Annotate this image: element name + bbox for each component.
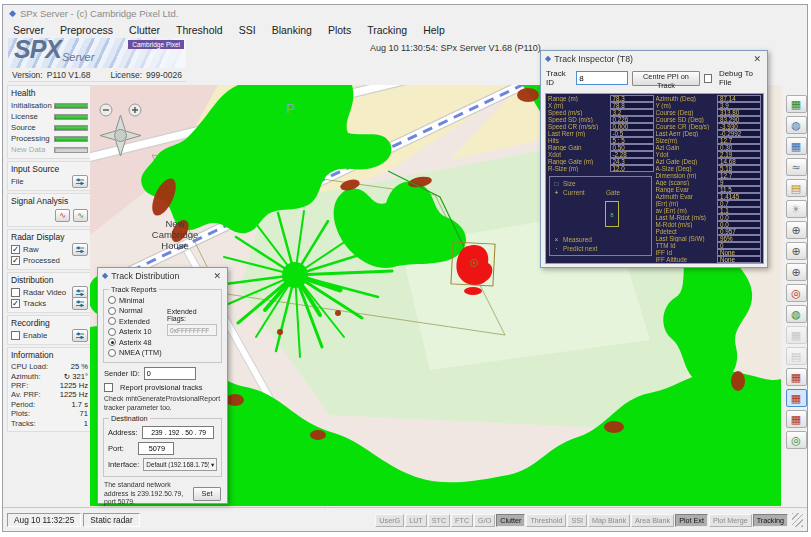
tracking-options-button[interactable]: ▦ (786, 410, 807, 428)
palette-button[interactable]: ▤ (786, 179, 807, 197)
settings-button[interactable] (72, 329, 88, 342)
report-format-option[interactable]: Minimal (108, 295, 217, 306)
field-value: 5 : 5 (610, 137, 654, 143)
interface-select[interactable]: Default (192.168.1.75) ▾ (143, 458, 217, 471)
checkbox[interactable] (11, 299, 20, 308)
field-label: X (m) (548, 102, 610, 109)
info-row: Azimuth: ↻ 321° (11, 371, 88, 380)
report-provisional-checkbox[interactable] (104, 383, 113, 392)
add-marker-button[interactable]: ◍ (786, 305, 807, 323)
a-scan-button[interactable]: ∿ (55, 209, 70, 222)
extended-flags-label: Extended Flags: (167, 308, 217, 322)
toolbar-icon: ▦ (791, 414, 801, 425)
info-value: 1.7 s (72, 400, 88, 409)
field-label: Course SD (Deg) (656, 116, 718, 123)
zoom-out-button[interactable] (100, 104, 112, 116)
menu-item[interactable]: Plots (320, 22, 359, 38)
display-option-row: Processed (11, 255, 88, 266)
set-button[interactable]: Set (193, 487, 221, 501)
checkbox[interactable] (11, 288, 20, 297)
centre-view-button[interactable]: ⊕ (786, 242, 807, 260)
brightness-button[interactable]: ☀ (786, 200, 807, 218)
zoom-in-button[interactable] (129, 104, 141, 116)
display-option-row: Raw (11, 244, 88, 255)
globe-view-button[interactable]: ◍ (786, 116, 807, 134)
checkbox-label: Tracks (23, 299, 72, 308)
map-tiles-button[interactable]: ▦ (786, 137, 807, 155)
field-value: 9 (717, 179, 761, 185)
radio-label: Minimal (119, 296, 144, 305)
close-icon[interactable]: ✕ (751, 54, 763, 64)
section-title: Health (11, 88, 88, 98)
dialog-title-bar[interactable]: ◆ Track Inspector (T8) ✕ (541, 51, 767, 66)
menu-item[interactable]: Clutter (121, 22, 168, 38)
menu-item[interactable]: Help (415, 22, 453, 38)
settings-button[interactable] (72, 243, 88, 256)
resize-grip[interactable] (792, 513, 803, 527)
inspector-field-row: |Err| (m) 0.7 (655, 200, 763, 207)
track-id-input[interactable] (576, 71, 628, 85)
menu-item[interactable]: Threshold (168, 22, 231, 38)
plot-ext-button[interactable]: ▦ (786, 368, 807, 386)
radio-button[interactable] (108, 328, 116, 336)
area-blank-button[interactable]: ▤ (786, 347, 807, 365)
close-icon[interactable]: ✕ (211, 271, 223, 281)
centre-ppi-button[interactable]: ⊕ (786, 221, 807, 239)
app-window: ◆ SPx Server - (c) Cambridge Pixel Ltd. … (2, 4, 808, 532)
plot-merge-button[interactable]: ▦ (786, 389, 807, 407)
pan-zoom-control[interactable] (96, 101, 146, 157)
port-input[interactable] (138, 442, 174, 455)
radio-button[interactable] (108, 296, 116, 304)
inspector-field-row: Range (m) 78.3 (547, 95, 655, 102)
field-value: 0.30 (717, 144, 761, 150)
checkbox[interactable] (11, 256, 20, 265)
info-value: 1 (84, 419, 88, 428)
report-format-option[interactable]: Asterix 48 (108, 337, 217, 348)
info-label: PRF: (11, 381, 60, 390)
menu-item[interactable]: Server (5, 22, 52, 38)
checkbox[interactable] (11, 245, 20, 254)
settings-button[interactable] (72, 297, 88, 310)
find-track-button[interactable]: ◎ (786, 284, 807, 302)
group-title: Destination (109, 414, 150, 423)
dialog-icon: ◆ (102, 271, 108, 280)
health-label: New Data (11, 145, 54, 154)
pan-compass-star[interactable] (100, 115, 141, 156)
debug-to-file-checkbox[interactable] (704, 74, 712, 83)
health-label: Initialisation (11, 101, 54, 110)
map-blank-button[interactable]: ▦ (786, 326, 807, 344)
menu-item[interactable]: SSI (231, 22, 264, 38)
inspector-field-row: IFF Altitude None (655, 256, 763, 263)
logo-badge: Cambridge Pixel (128, 40, 184, 49)
radio-button[interactable] (108, 349, 116, 357)
file-settings-button[interactable] (72, 175, 88, 188)
centre-ppi-on-track-button[interactable]: Centre PPI on Track (632, 71, 700, 86)
field-value: 24.3 (610, 158, 654, 164)
toolbar-icon: ⊕ (791, 225, 800, 236)
field-label: Last Rerr (m) (548, 130, 610, 137)
field-label: Range Gain (548, 144, 610, 151)
centre-origin-button[interactable]: ⊕ (786, 263, 807, 281)
radio-button[interactable] (108, 338, 116, 346)
report-format-option[interactable]: NMEA (TTM) (108, 348, 217, 359)
map-layers-button[interactable]: ▦ (786, 95, 807, 113)
field-label: Xdot (548, 151, 610, 158)
menu-item[interactable]: Preprocess (52, 22, 121, 38)
menu-item[interactable]: Blanking (264, 22, 320, 38)
dialog-title: Track Distribution (111, 271, 208, 281)
track-status-button[interactable]: ◎ (786, 431, 807, 449)
b-scan-button[interactable]: ∿ (73, 209, 88, 222)
field-value: 1.4145 (717, 193, 761, 199)
menu-item[interactable]: Tracking (359, 22, 415, 38)
radio-button[interactable] (108, 307, 116, 315)
dialog-title-bar[interactable]: ◆ Track Distribution ✕ (98, 268, 227, 283)
sender-id-input[interactable] (144, 367, 196, 380)
checkbox[interactable] (11, 331, 20, 340)
measure-tool-button[interactable]: ≈ (786, 158, 807, 176)
radar-display-section: Radar Display Raw Processed (7, 229, 92, 270)
toolbar-icon: ◎ (791, 288, 801, 299)
recording-section: Recording Enable (7, 315, 92, 345)
report-provisional-label: Report provisional tracks (120, 383, 203, 392)
address-input[interactable] (142, 426, 214, 439)
radio-button[interactable] (108, 317, 116, 325)
